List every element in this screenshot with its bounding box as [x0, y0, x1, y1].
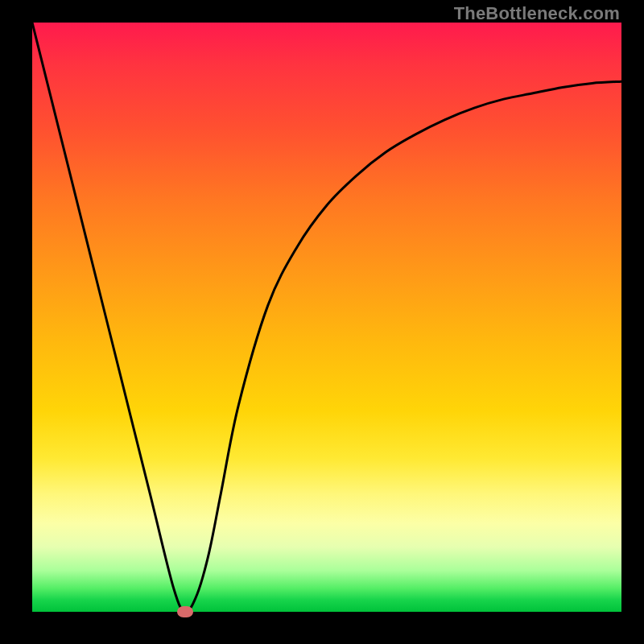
watermark-text: TheBottleneck.com — [454, 3, 620, 24]
minimum-marker — [177, 606, 193, 617]
plot-area — [32, 23, 621, 612]
bottleneck-curve — [32, 23, 621, 612]
chart-frame: TheBottleneck.com — [0, 0, 644, 644]
